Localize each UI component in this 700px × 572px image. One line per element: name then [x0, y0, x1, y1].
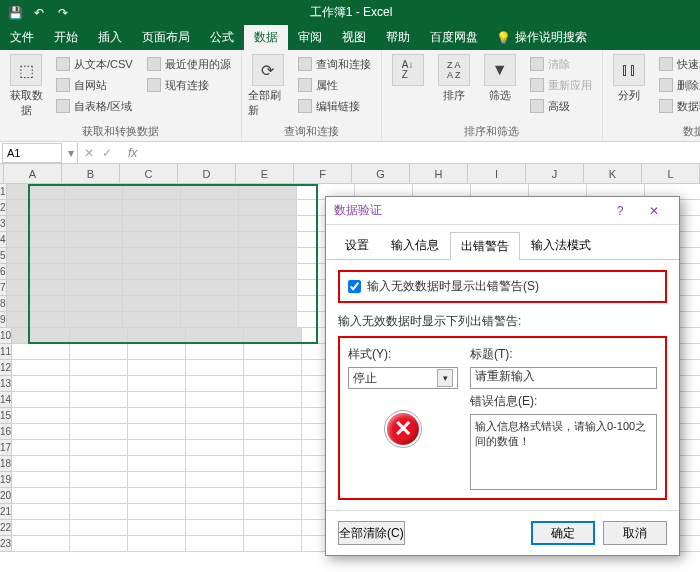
- data-validation[interactable]: 数据验证 ▾: [655, 96, 700, 116]
- cell[interactable]: [186, 504, 244, 520]
- cell[interactable]: [65, 184, 123, 200]
- cell[interactable]: [12, 424, 70, 440]
- dialog-help-button[interactable]: ?: [603, 200, 637, 222]
- row-header[interactable]: 15: [0, 408, 12, 424]
- cell[interactable]: [65, 200, 123, 216]
- cell[interactable]: [70, 392, 128, 408]
- cell[interactable]: [186, 536, 244, 552]
- cell[interactable]: [181, 200, 239, 216]
- get-data-button[interactable]: ⬚ 获取数 据: [6, 54, 46, 118]
- col-header[interactable]: F: [294, 164, 352, 183]
- cell[interactable]: [70, 424, 128, 440]
- col-header[interactable]: D: [178, 164, 236, 183]
- cell[interactable]: [186, 328, 244, 344]
- redo-icon[interactable]: ↷: [56, 6, 70, 20]
- cell[interactable]: [244, 440, 302, 456]
- cell[interactable]: [70, 344, 128, 360]
- cell[interactable]: [12, 456, 70, 472]
- cell[interactable]: [181, 312, 239, 328]
- cell[interactable]: [128, 392, 186, 408]
- cell[interactable]: [244, 344, 302, 360]
- cancel-button[interactable]: 取消: [603, 521, 667, 545]
- col-header[interactable]: J: [526, 164, 584, 183]
- cell[interactable]: [239, 264, 297, 280]
- queries-conn[interactable]: 查询和连接: [294, 54, 375, 74]
- cell[interactable]: [186, 376, 244, 392]
- existing-conn[interactable]: 现有连接: [143, 75, 235, 95]
- cell[interactable]: [7, 216, 65, 232]
- cell[interactable]: [12, 536, 70, 552]
- col-header[interactable]: I: [468, 164, 526, 183]
- row-header[interactable]: 18: [0, 456, 12, 472]
- cell[interactable]: [239, 200, 297, 216]
- cell[interactable]: [181, 216, 239, 232]
- flash-fill[interactable]: 快速填充: [655, 54, 700, 74]
- cell[interactable]: [123, 184, 181, 200]
- show-alert-checkbox[interactable]: 输入无效数据时显示出错警告(S): [348, 278, 657, 295]
- cell[interactable]: [123, 248, 181, 264]
- row-header[interactable]: 13: [0, 376, 12, 392]
- refresh-all-button[interactable]: ⟳ 全部刷新: [248, 54, 288, 118]
- cell[interactable]: [70, 488, 128, 504]
- col-header[interactable]: K: [584, 164, 642, 183]
- properties[interactable]: 属性: [294, 75, 375, 95]
- cell[interactable]: [128, 440, 186, 456]
- cell[interactable]: [12, 440, 70, 456]
- cell[interactable]: [12, 344, 70, 360]
- cell[interactable]: [12, 488, 70, 504]
- cell[interactable]: [128, 328, 186, 344]
- cell[interactable]: [7, 264, 65, 280]
- cell[interactable]: [12, 328, 70, 344]
- cell[interactable]: [128, 504, 186, 520]
- remove-dup[interactable]: 删除重复值: [655, 75, 700, 95]
- cell[interactable]: [70, 472, 128, 488]
- row-header[interactable]: 20: [0, 488, 12, 504]
- recent-sources[interactable]: 最近使用的源: [143, 54, 235, 74]
- cell[interactable]: [70, 536, 128, 552]
- cell[interactable]: [186, 360, 244, 376]
- cell[interactable]: [123, 264, 181, 280]
- row-header[interactable]: 17: [0, 440, 12, 456]
- cell[interactable]: [70, 504, 128, 520]
- cell[interactable]: [65, 312, 123, 328]
- cell[interactable]: [65, 296, 123, 312]
- cell[interactable]: [181, 184, 239, 200]
- tab-insert[interactable]: 插入: [88, 25, 132, 50]
- col-header[interactable]: H: [410, 164, 468, 183]
- sort-button[interactable]: Z AA Z 排序: [434, 54, 474, 103]
- cell[interactable]: [123, 200, 181, 216]
- cell[interactable]: [186, 344, 244, 360]
- name-box[interactable]: A1: [2, 143, 62, 163]
- tab-baidu[interactable]: 百度网盘: [420, 25, 488, 50]
- cell[interactable]: [239, 248, 297, 264]
- cell[interactable]: [244, 328, 302, 344]
- show-alert-input[interactable]: [348, 280, 361, 293]
- cell[interactable]: [128, 536, 186, 552]
- cell[interactable]: [12, 376, 70, 392]
- col-header[interactable]: G: [352, 164, 410, 183]
- cell[interactable]: [65, 248, 123, 264]
- sort-az-button[interactable]: A↓Z: [388, 54, 428, 86]
- cell[interactable]: [123, 312, 181, 328]
- cell[interactable]: [239, 280, 297, 296]
- cell[interactable]: [239, 184, 297, 200]
- cell[interactable]: [244, 456, 302, 472]
- cell[interactable]: [70, 440, 128, 456]
- row-header[interactable]: 21: [0, 504, 12, 520]
- cell[interactable]: [186, 392, 244, 408]
- cell[interactable]: [244, 408, 302, 424]
- col-header[interactable]: E: [236, 164, 294, 183]
- tab-review[interactable]: 审阅: [288, 25, 332, 50]
- msg-textarea[interactable]: 输入信息格式错误，请输入0-100之间的数值！: [470, 414, 657, 490]
- cell[interactable]: [65, 280, 123, 296]
- cell[interactable]: [7, 184, 65, 200]
- cell[interactable]: [244, 504, 302, 520]
- row-header[interactable]: 14: [0, 392, 12, 408]
- tab-home[interactable]: 开始: [44, 25, 88, 50]
- col-header[interactable]: A: [4, 164, 62, 183]
- cell[interactable]: [7, 296, 65, 312]
- text-to-columns[interactable]: ⫿⫿ 分列: [609, 54, 649, 103]
- cell[interactable]: [123, 280, 181, 296]
- reapply[interactable]: 重新应用: [526, 75, 596, 95]
- row-header[interactable]: 16: [0, 424, 12, 440]
